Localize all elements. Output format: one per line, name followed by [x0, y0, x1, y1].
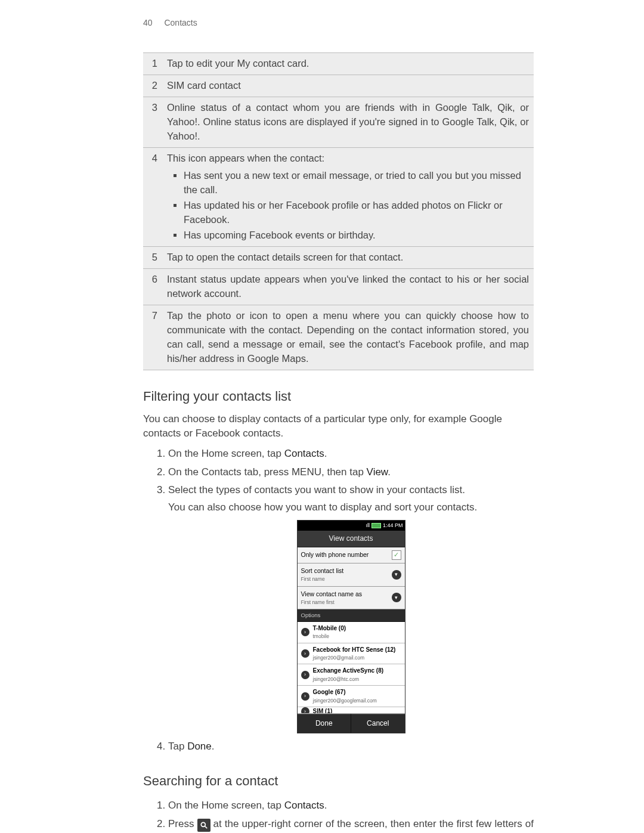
- legend-row: 7Tap the photo or icon to open a menu wh…: [143, 305, 534, 370]
- row-sort-text: Sort contact list First name: [301, 566, 344, 583]
- filtering-step-3: Select the types of contacts you want to…: [168, 481, 534, 738]
- options-header: Options: [298, 609, 405, 622]
- option-row[interactable]: ›T-Mobile (0)tmobile: [298, 622, 405, 643]
- chevron-right-icon: ›: [301, 671, 309, 679]
- legend-row-number: 7: [143, 305, 162, 370]
- phone-title: View contacts: [298, 531, 405, 547]
- row-only-phone-label: Only with phone number: [301, 550, 369, 559]
- step3-sub: You can also choose how you want to disp…: [168, 500, 534, 515]
- legend-row-number: 3: [143, 97, 162, 148]
- option-text: Facebook for HTC Sense (12)jsinger200@gm…: [313, 646, 396, 662]
- step4-bold: Done: [187, 741, 212, 752]
- option-text: SIM (1): [313, 707, 333, 714]
- battery-icon: [371, 523, 381, 528]
- step2-post: .: [388, 466, 391, 478]
- step2-bold: View: [367, 466, 388, 478]
- searching-heading: Searching for a contact: [143, 772, 534, 791]
- legend-row-number: 2: [143, 75, 162, 97]
- dropdown-icon[interactable]: ▾: [392, 593, 401, 602]
- step4-post: .: [212, 741, 215, 752]
- legend-row: 4This icon appears when the contact:Has …: [143, 147, 534, 247]
- option-row[interactable]: ›Exchange ActiveSync (8)jsinger200@htc.c…: [298, 664, 405, 686]
- legend-row: 2SIM card contact: [143, 75, 534, 97]
- legend-bullet: Has sent you a new text or email message…: [184, 168, 529, 198]
- option-text: Exchange ActiveSync (8)jsinger200@htc.co…: [313, 667, 384, 683]
- dropdown-icon[interactable]: ▾: [392, 570, 401, 580]
- legend-row-text: Instant status update appears when you'v…: [162, 269, 534, 305]
- phone-time: 1:44 PM: [383, 522, 403, 529]
- legend-row: 5Tap to open the contact details screen …: [143, 247, 534, 269]
- filtering-steps: On the Home screen, tap Contacts. On the…: [143, 445, 534, 756]
- screenshot-wrapper: ıll 1:44 PM View contacts Only with phon…: [168, 520, 534, 734]
- searching-steps: On the Home screen, tap Contacts. Press …: [143, 797, 534, 833]
- page-number: 40: [143, 18, 153, 27]
- chevron-right-icon: ›: [301, 692, 309, 701]
- step1-post: .: [324, 448, 327, 459]
- step2-pre: On the Contacts tab, press MENU, then ta…: [168, 466, 367, 478]
- legend-row: 1Tap to edit your My contact card.: [143, 53, 534, 75]
- legend-bullet: Has upcoming Facebook events or birthday…: [184, 228, 529, 243]
- legend-row-number: 4: [143, 147, 162, 247]
- legend-row-text: Tap the photo or icon to open a menu whe…: [162, 305, 534, 370]
- page: 40 Contacts 1Tap to edit your My contact…: [0, 0, 644, 833]
- sstep1-post: .: [324, 800, 327, 811]
- legend-row-text: Online status of a contact whom you are …: [162, 97, 534, 148]
- row-name-as[interactable]: View contact name as First name first ▾: [298, 587, 405, 610]
- cancel-button[interactable]: Cancel: [351, 714, 405, 733]
- legend-bullet: Has updated his or her Facebook profile …: [184, 198, 529, 228]
- filtering-step-1: On the Home screen, tap Contacts.: [168, 445, 534, 463]
- filtering-heading: Filtering your contacts list: [143, 387, 534, 406]
- chevron-right-icon: ›: [301, 649, 309, 658]
- signal-icon: ıll: [366, 522, 370, 529]
- legend-row-text: This icon appears when the contact:Has s…: [162, 147, 534, 247]
- phone-statusbar: ıll 1:44 PM: [298, 521, 405, 531]
- option-row[interactable]: ›SIM (1): [298, 707, 405, 714]
- page-header: 40 Contacts: [143, 17, 534, 29]
- header-section: Contacts: [164, 18, 197, 27]
- svg-line-1: [205, 826, 207, 828]
- option-row[interactable]: ›Google (67)jsinger200@googlemail.com: [298, 686, 405, 707]
- legend-row-text: Tap to open the contact details screen f…: [162, 247, 534, 269]
- checkbox-icon[interactable]: ✓: [392, 550, 401, 560]
- row-name-as-value: First name first: [301, 599, 363, 606]
- row-sort-value: First name: [301, 575, 344, 583]
- filtering-step-2: On the Contacts tab, press MENU, then ta…: [168, 463, 534, 482]
- row-only-phone[interactable]: Only with phone number ✓: [298, 547, 405, 563]
- legend-row-number: 1: [143, 53, 162, 75]
- search-icon: [197, 819, 210, 832]
- step1-bold: Contacts: [284, 448, 324, 459]
- legend-bullet-list: Has sent you a new text or email message…: [167, 168, 529, 243]
- done-button[interactable]: Done: [298, 714, 351, 733]
- legend-row-number: 5: [143, 247, 162, 269]
- phone-button-bar: Done Cancel: [298, 714, 405, 733]
- sstep2-post: at the upper-right corner of the screen,…: [168, 818, 534, 833]
- chevron-right-icon: ›: [301, 707, 309, 714]
- filtering-intro: You can choose to display contacts of a …: [143, 412, 534, 441]
- legend-table: 1Tap to edit your My contact card.2SIM c…: [143, 52, 534, 370]
- phone-screenshot: ıll 1:44 PM View contacts Only with phon…: [297, 520, 405, 734]
- searching-step-1: On the Home screen, tap Contacts.: [168, 797, 534, 815]
- row-name-as-text: View contact name as First name first: [301, 590, 363, 606]
- filtering-step-4: Tap Done.: [168, 738, 534, 756]
- legend-row-number: 6: [143, 269, 162, 305]
- searching-step-2: Press at the upper-right corner of the s…: [168, 815, 534, 833]
- legend-row: 3Online status of a contact whom you are…: [143, 97, 534, 148]
- row-sort[interactable]: Sort contact list First name ▾: [298, 563, 405, 587]
- legend-row-text: Tap to edit your My contact card.: [162, 53, 534, 75]
- row-sort-label: Sort contact list: [301, 567, 344, 574]
- step4-pre: Tap: [168, 741, 187, 752]
- sstep1-pre: On the Home screen, tap: [168, 800, 284, 811]
- legend-row-text: SIM card contact: [162, 75, 534, 97]
- option-text: Google (67)jsinger200@googlemail.com: [313, 688, 377, 704]
- step3-text: Select the types of contacts you want to…: [168, 484, 465, 496]
- sstep2-pre: Press: [168, 818, 197, 829]
- option-text: T-Mobile (0)tmobile: [313, 624, 346, 640]
- legend-row: 6Instant status update appears when you'…: [143, 269, 534, 305]
- chevron-right-icon: ›: [301, 628, 309, 636]
- row-name-as-label: View contact name as: [301, 590, 363, 597]
- svg-point-0: [201, 822, 205, 826]
- sstep1-bold: Contacts: [284, 800, 324, 811]
- option-row[interactable]: ›Facebook for HTC Sense (12)jsinger200@g…: [298, 643, 405, 665]
- step1-pre: On the Home screen, tap: [168, 448, 284, 459]
